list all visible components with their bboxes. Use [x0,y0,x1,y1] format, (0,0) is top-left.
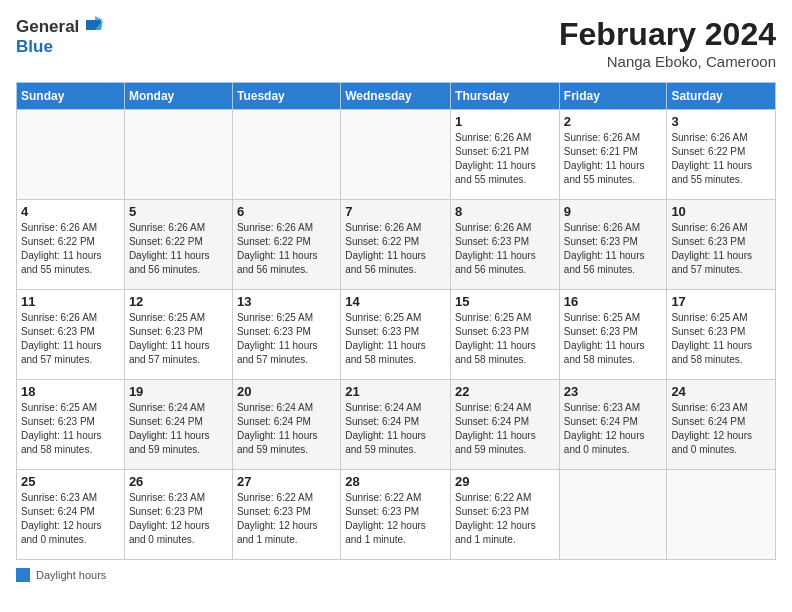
col-header-thursday: Thursday [451,83,560,110]
day-info: Sunrise: 6:26 AM Sunset: 6:22 PM Dayligh… [671,131,771,187]
day-number: 9 [564,204,663,219]
week-row-2: 4Sunrise: 6:26 AM Sunset: 6:22 PM Daylig… [17,200,776,290]
day-number: 3 [671,114,771,129]
day-number: 19 [129,384,228,399]
calendar-header: SundayMondayTuesdayWednesdayThursdayFrid… [17,83,776,110]
day-info: Sunrise: 6:26 AM Sunset: 6:22 PM Dayligh… [237,221,336,277]
main-title: February 2024 [559,16,776,53]
day-info: Sunrise: 6:25 AM Sunset: 6:23 PM Dayligh… [21,401,120,457]
calendar-cell: 15Sunrise: 6:25 AM Sunset: 6:23 PM Dayli… [451,290,560,380]
day-number: 6 [237,204,336,219]
calendar-cell: 11Sunrise: 6:26 AM Sunset: 6:23 PM Dayli… [17,290,125,380]
week-row-3: 11Sunrise: 6:26 AM Sunset: 6:23 PM Dayli… [17,290,776,380]
day-info: Sunrise: 6:23 AM Sunset: 6:24 PM Dayligh… [671,401,771,457]
day-number: 22 [455,384,555,399]
day-info: Sunrise: 6:23 AM Sunset: 6:23 PM Dayligh… [129,491,228,547]
col-header-wednesday: Wednesday [341,83,451,110]
day-number: 18 [21,384,120,399]
day-info: Sunrise: 6:26 AM Sunset: 6:23 PM Dayligh… [455,221,555,277]
calendar-cell: 27Sunrise: 6:22 AM Sunset: 6:23 PM Dayli… [232,470,340,560]
day-number: 20 [237,384,336,399]
day-number: 13 [237,294,336,309]
legend-box [16,568,30,582]
week-row-5: 25Sunrise: 6:23 AM Sunset: 6:24 PM Dayli… [17,470,776,560]
calendar-cell: 14Sunrise: 6:25 AM Sunset: 6:23 PM Dayli… [341,290,451,380]
day-info: Sunrise: 6:22 AM Sunset: 6:23 PM Dayligh… [455,491,555,547]
calendar-cell [124,110,232,200]
day-number: 24 [671,384,771,399]
calendar-cell: 28Sunrise: 6:22 AM Sunset: 6:23 PM Dayli… [341,470,451,560]
day-info: Sunrise: 6:26 AM Sunset: 6:23 PM Dayligh… [671,221,771,277]
calendar-cell: 26Sunrise: 6:23 AM Sunset: 6:23 PM Dayli… [124,470,232,560]
calendar-cell: 8Sunrise: 6:26 AM Sunset: 6:23 PM Daylig… [451,200,560,290]
col-header-friday: Friday [559,83,667,110]
svg-marker-1 [95,16,103,20]
calendar-cell [667,470,776,560]
legend: Daylight hours [16,568,776,582]
day-info: Sunrise: 6:26 AM Sunset: 6:21 PM Dayligh… [455,131,555,187]
calendar-cell: 25Sunrise: 6:23 AM Sunset: 6:24 PM Dayli… [17,470,125,560]
header-row: SundayMondayTuesdayWednesdayThursdayFrid… [17,83,776,110]
day-info: Sunrise: 6:26 AM Sunset: 6:22 PM Dayligh… [345,221,446,277]
day-info: Sunrise: 6:22 AM Sunset: 6:23 PM Dayligh… [237,491,336,547]
day-info: Sunrise: 6:25 AM Sunset: 6:23 PM Dayligh… [671,311,771,367]
calendar-cell: 16Sunrise: 6:25 AM Sunset: 6:23 PM Dayli… [559,290,667,380]
day-info: Sunrise: 6:26 AM Sunset: 6:22 PM Dayligh… [129,221,228,277]
logo-svg: General Blue [16,16,103,57]
day-number: 21 [345,384,446,399]
title-block: February 2024 Nanga Eboko, Cameroon [559,16,776,70]
calendar-table: SundayMondayTuesdayWednesdayThursdayFrid… [16,82,776,560]
day-number: 14 [345,294,446,309]
logo: General Blue [16,16,103,57]
day-info: Sunrise: 6:23 AM Sunset: 6:24 PM Dayligh… [21,491,120,547]
day-number: 8 [455,204,555,219]
calendar-cell: 22Sunrise: 6:24 AM Sunset: 6:24 PM Dayli… [451,380,560,470]
col-header-monday: Monday [124,83,232,110]
day-info: Sunrise: 6:26 AM Sunset: 6:23 PM Dayligh… [564,221,663,277]
header: General Blue February 2024 Nanga Eboko, … [16,16,776,70]
col-header-tuesday: Tuesday [232,83,340,110]
calendar-cell: 21Sunrise: 6:24 AM Sunset: 6:24 PM Dayli… [341,380,451,470]
day-number: 10 [671,204,771,219]
day-number: 12 [129,294,228,309]
calendar-cell: 29Sunrise: 6:22 AM Sunset: 6:23 PM Dayli… [451,470,560,560]
calendar-cell [232,110,340,200]
day-number: 28 [345,474,446,489]
day-info: Sunrise: 6:24 AM Sunset: 6:24 PM Dayligh… [237,401,336,457]
day-info: Sunrise: 6:25 AM Sunset: 6:23 PM Dayligh… [455,311,555,367]
day-number: 15 [455,294,555,309]
calendar-cell: 2Sunrise: 6:26 AM Sunset: 6:21 PM Daylig… [559,110,667,200]
calendar-cell: 13Sunrise: 6:25 AM Sunset: 6:23 PM Dayli… [232,290,340,380]
day-info: Sunrise: 6:23 AM Sunset: 6:24 PM Dayligh… [564,401,663,457]
day-number: 25 [21,474,120,489]
day-number: 27 [237,474,336,489]
day-info: Sunrise: 6:26 AM Sunset: 6:23 PM Dayligh… [21,311,120,367]
calendar-cell [341,110,451,200]
calendar-cell: 10Sunrise: 6:26 AM Sunset: 6:23 PM Dayli… [667,200,776,290]
day-info: Sunrise: 6:25 AM Sunset: 6:23 PM Dayligh… [237,311,336,367]
day-number: 16 [564,294,663,309]
week-row-1: 1Sunrise: 6:26 AM Sunset: 6:21 PM Daylig… [17,110,776,200]
day-number: 17 [671,294,771,309]
calendar-cell: 7Sunrise: 6:26 AM Sunset: 6:22 PM Daylig… [341,200,451,290]
day-number: 23 [564,384,663,399]
day-info: Sunrise: 6:26 AM Sunset: 6:21 PM Dayligh… [564,131,663,187]
calendar-cell [17,110,125,200]
day-number: 11 [21,294,120,309]
day-number: 5 [129,204,228,219]
col-header-sunday: Sunday [17,83,125,110]
calendar-cell: 12Sunrise: 6:25 AM Sunset: 6:23 PM Dayli… [124,290,232,380]
col-header-saturday: Saturday [667,83,776,110]
calendar-cell [559,470,667,560]
day-number: 7 [345,204,446,219]
calendar-cell: 5Sunrise: 6:26 AM Sunset: 6:22 PM Daylig… [124,200,232,290]
day-info: Sunrise: 6:25 AM Sunset: 6:23 PM Dayligh… [129,311,228,367]
calendar-cell: 18Sunrise: 6:25 AM Sunset: 6:23 PM Dayli… [17,380,125,470]
day-info: Sunrise: 6:25 AM Sunset: 6:23 PM Dayligh… [345,311,446,367]
calendar-cell: 1Sunrise: 6:26 AM Sunset: 6:21 PM Daylig… [451,110,560,200]
day-info: Sunrise: 6:24 AM Sunset: 6:24 PM Dayligh… [345,401,446,457]
day-info: Sunrise: 6:24 AM Sunset: 6:24 PM Dayligh… [455,401,555,457]
week-row-4: 18Sunrise: 6:25 AM Sunset: 6:23 PM Dayli… [17,380,776,470]
day-info: Sunrise: 6:26 AM Sunset: 6:22 PM Dayligh… [21,221,120,277]
day-number: 4 [21,204,120,219]
